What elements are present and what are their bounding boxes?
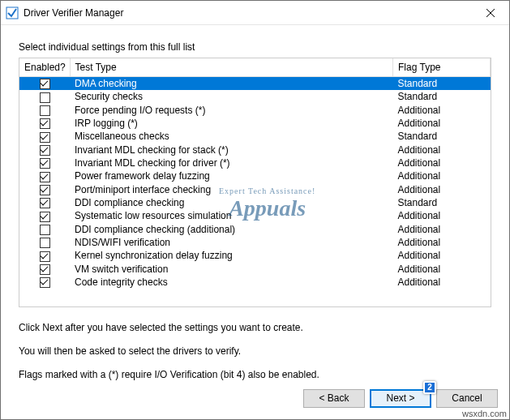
row-test-type: Invariant MDL checking for driver (*) [70, 156, 393, 169]
table-row[interactable]: NDIS/WIFI verificationAdditional [19, 236, 491, 249]
row-checkbox-cell[interactable] [19, 104, 70, 117]
row-checkbox[interactable] [40, 172, 50, 182]
row-checkbox[interactable] [40, 158, 50, 169]
row-checkbox[interactable] [40, 264, 50, 275]
cancel-button[interactable]: Cancel [436, 389, 498, 408]
table-row[interactable]: Force pending I/O requests (*)Additional [19, 104, 491, 117]
app-icon [6, 6, 19, 19]
footer-credit: wsxdn.com [462, 409, 507, 418]
content-area: Select individual settings from this ful… [1, 25, 509, 384]
row-flag-type: Additional [393, 156, 491, 169]
column-header-enabled[interactable]: Enabled? [19, 58, 70, 77]
row-checkbox-cell[interactable] [19, 169, 70, 182]
row-checkbox-cell[interactable] [19, 263, 70, 276]
row-flag-type: Additional [393, 236, 491, 249]
row-checkbox-cell[interactable] [19, 276, 70, 289]
table-row[interactable]: VM switch verificationAdditional [19, 263, 491, 276]
settings-list[interactable]: Enabled? Test Type Flag Type DMA checkin… [19, 58, 491, 306]
row-test-type: DDI compliance checking [70, 196, 393, 209]
row-flag-type: Additional [393, 144, 491, 156]
row-checkbox[interactable] [40, 238, 50, 248]
instruction-text: Select individual settings from this ful… [19, 41, 491, 53]
row-checkbox[interactable] [40, 185, 50, 195]
table-row[interactable]: Invariant MDL checking for driver (*)Add… [19, 156, 491, 169]
table-row[interactable]: DDI compliance checkingStandard [19, 196, 491, 209]
row-flag-type: Additional [393, 263, 491, 276]
step-badge: 2 [423, 381, 436, 394]
notes-area: Click Next after you have selected the s… [19, 320, 491, 384]
window: Driver Verifier Manager Select individua… [0, 0, 510, 420]
table-row[interactable]: Security checksStandard [19, 90, 491, 103]
button-bar: < Back Next > 2 Cancel [1, 384, 509, 419]
row-test-type: DDI compliance checking (additional) [70, 223, 393, 236]
row-test-type: Invariant MDL checking for stack (*) [70, 144, 393, 156]
row-checkbox[interactable] [40, 225, 50, 235]
table-row[interactable]: Power framework delay fuzzingAdditional [19, 169, 491, 182]
row-checkbox[interactable] [40, 145, 50, 156]
row-test-type: Force pending I/O requests (*) [70, 104, 393, 117]
row-checkbox[interactable] [40, 277, 50, 288]
row-checkbox-cell[interactable] [19, 183, 70, 196]
row-flag-type: Additional [393, 249, 491, 262]
row-checkbox-cell[interactable] [19, 77, 70, 91]
row-test-type: Systematic low resources simulation [70, 209, 393, 222]
row-test-type: Miscellaneous checks [70, 130, 393, 143]
table-row[interactable]: Systematic low resources simulationAddit… [19, 209, 491, 222]
row-checkbox-cell[interactable] [19, 249, 70, 262]
row-test-type: NDIS/WIFI verification [70, 236, 393, 249]
table-row[interactable]: IRP logging (*)Additional [19, 117, 491, 130]
row-checkbox[interactable] [40, 251, 50, 262]
window-title: Driver Verifier Manager [24, 7, 472, 19]
row-checkbox-cell[interactable] [19, 144, 70, 156]
table-row[interactable]: Code integrity checksAdditional [19, 276, 491, 289]
settings-groupbox: Enabled? Test Type Flag Type DMA checkin… [19, 58, 491, 307]
table-row[interactable]: Miscellaneous checksStandard [19, 130, 491, 143]
row-flag-type: Additional [393, 276, 491, 289]
row-checkbox[interactable] [40, 79, 50, 89]
row-checkbox[interactable] [40, 105, 50, 116]
note-line-2: You will then be asked to select the dri… [19, 344, 491, 359]
row-test-type: IRP logging (*) [70, 117, 393, 130]
row-flag-type: Additional [393, 183, 491, 196]
back-button[interactable]: < Back [303, 389, 365, 408]
table-row[interactable]: Invariant MDL checking for stack (*)Addi… [19, 144, 491, 156]
row-checkbox-cell[interactable] [19, 130, 70, 143]
close-button[interactable] [472, 1, 509, 25]
row-checkbox[interactable] [40, 92, 50, 103]
row-checkbox[interactable] [40, 212, 50, 222]
row-test-type: Code integrity checks [70, 276, 393, 289]
row-checkbox-cell[interactable] [19, 196, 70, 209]
row-checkbox[interactable] [40, 118, 50, 129]
column-header-testtype[interactable]: Test Type [70, 58, 393, 77]
row-flag-type: Standard [393, 130, 491, 143]
row-checkbox-cell[interactable] [19, 236, 70, 249]
row-checkbox-cell[interactable] [19, 223, 70, 236]
row-flag-type: Standard [393, 196, 491, 209]
row-test-type: Kernel synchronization delay fuzzing [70, 249, 393, 262]
close-icon [486, 9, 495, 17]
row-test-type: DMA checking [70, 77, 393, 91]
row-flag-type: Additional [393, 117, 491, 130]
row-test-type: VM switch verification [70, 263, 393, 276]
row-flag-type: Standard [393, 77, 491, 91]
next-button[interactable]: Next > [370, 389, 431, 408]
column-header-flagtype[interactable]: Flag Type [393, 58, 491, 77]
row-flag-type: Additional [393, 104, 491, 117]
titlebar: Driver Verifier Manager [1, 1, 509, 25]
row-checkbox-cell[interactable] [19, 156, 70, 169]
row-checkbox-cell[interactable] [19, 117, 70, 130]
row-test-type: Security checks [70, 90, 393, 103]
row-flag-type: Additional [393, 209, 491, 222]
row-checkbox-cell[interactable] [19, 90, 70, 103]
row-checkbox-cell[interactable] [19, 209, 70, 222]
table-row[interactable]: DMA checkingStandard [19, 77, 491, 91]
note-line-3: Flags marked with a (*) require I/O Veri… [19, 367, 491, 383]
row-flag-type: Additional [393, 169, 491, 182]
row-checkbox[interactable] [40, 132, 50, 143]
table-row[interactable]: DDI compliance checking (additional)Addi… [19, 223, 491, 236]
row-flag-type: Additional [393, 223, 491, 236]
row-checkbox[interactable] [40, 198, 50, 208]
table-row[interactable]: Port/miniport interface checkingAddition… [19, 183, 491, 196]
table-row[interactable]: Kernel synchronization delay fuzzingAddi… [19, 249, 491, 262]
row-test-type: Power framework delay fuzzing [70, 169, 393, 182]
